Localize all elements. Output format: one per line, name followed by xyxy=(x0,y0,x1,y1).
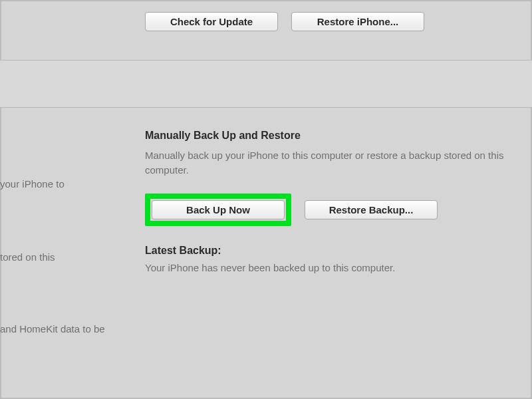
backup-section-title: Manually Back Up and Restore xyxy=(145,130,519,142)
back-up-now-button[interactable]: Back Up Now xyxy=(152,200,285,219)
divider xyxy=(0,107,532,108)
cropped-text-fragment: tored on this xyxy=(0,251,55,263)
highlight-box: Back Up Now xyxy=(145,194,291,226)
section-band xyxy=(0,61,532,107)
latest-backup-status: Your iPhone has never been backed up to … xyxy=(145,262,519,273)
backup-button-row: Back Up Now Restore Backup... xyxy=(145,194,519,226)
check-for-update-button[interactable]: Check for Update xyxy=(145,12,278,31)
restore-backup-button[interactable]: Restore Backup... xyxy=(305,200,438,219)
latest-backup-label: Latest Backup: xyxy=(145,245,519,257)
cropped-text-fragment: and HomeKit data to be xyxy=(0,323,105,334)
backup-section-description: Manually back up your iPhone to this com… xyxy=(145,148,504,178)
cropped-text-fragment: your iPhone to xyxy=(0,178,65,190)
restore-iphone-button[interactable]: Restore iPhone... xyxy=(291,12,424,31)
backup-section: Manually Back Up and Restore Manually ba… xyxy=(145,130,519,273)
top-button-row: Check for Update Restore iPhone... xyxy=(145,12,424,31)
